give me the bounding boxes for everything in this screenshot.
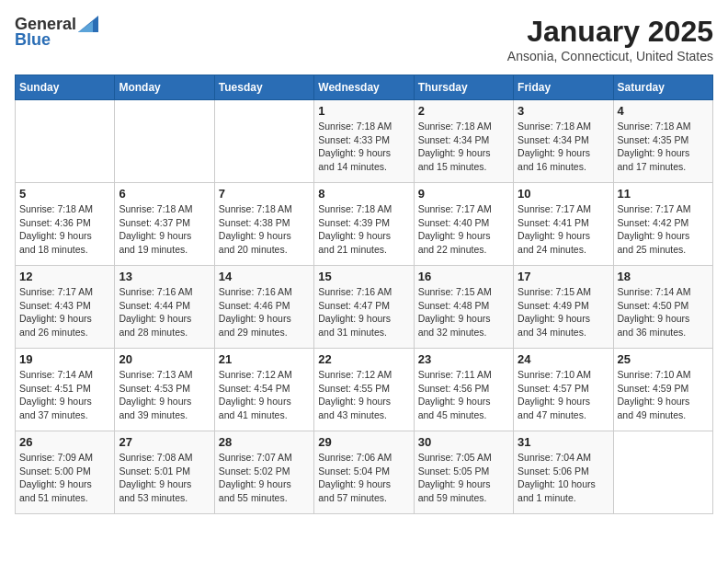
day-number: 31 bbox=[518, 435, 609, 449]
day-number: 25 bbox=[618, 352, 709, 366]
day-info: Sunrise: 7:16 AM Sunset: 4:44 PM Dayligh… bbox=[119, 285, 210, 339]
day-info: Sunrise: 7:05 AM Sunset: 5:05 PM Dayligh… bbox=[418, 451, 509, 505]
calendar-cell: 4Sunrise: 7:18 AM Sunset: 4:35 PM Daylig… bbox=[613, 100, 712, 183]
calendar-cell: 26Sunrise: 7:09 AM Sunset: 5:00 PM Dayli… bbox=[16, 431, 115, 514]
day-info: Sunrise: 7:07 AM Sunset: 5:02 PM Dayligh… bbox=[219, 451, 310, 505]
header-cell-saturday: Saturday bbox=[613, 75, 712, 100]
day-number: 23 bbox=[418, 352, 509, 366]
header-cell-tuesday: Tuesday bbox=[214, 75, 313, 100]
header-cell-wednesday: Wednesday bbox=[314, 75, 414, 100]
calendar-cell: 14Sunrise: 7:16 AM Sunset: 4:46 PM Dayli… bbox=[214, 266, 313, 349]
calendar-week-1: 1Sunrise: 7:18 AM Sunset: 4:33 PM Daylig… bbox=[16, 100, 713, 183]
calendar-cell: 1Sunrise: 7:18 AM Sunset: 4:33 PM Daylig… bbox=[314, 100, 414, 183]
day-number: 9 bbox=[418, 187, 509, 201]
day-info: Sunrise: 7:14 AM Sunset: 4:50 PM Dayligh… bbox=[618, 285, 709, 339]
day-info: Sunrise: 7:18 AM Sunset: 4:36 PM Dayligh… bbox=[19, 202, 110, 257]
day-number: 21 bbox=[219, 352, 310, 366]
day-number: 27 bbox=[119, 435, 210, 449]
calendar-table: SundayMondayTuesdayWednesdayThursdayFrid… bbox=[15, 75, 713, 514]
calendar-week-4: 19Sunrise: 7:14 AM Sunset: 4:51 PM Dayli… bbox=[16, 349, 713, 431]
day-info: Sunrise: 7:17 AM Sunset: 4:42 PM Dayligh… bbox=[618, 202, 709, 257]
day-info: Sunrise: 7:15 AM Sunset: 4:48 PM Dayligh… bbox=[418, 285, 509, 339]
calendar-cell: 12Sunrise: 7:17 AM Sunset: 4:43 PM Dayli… bbox=[16, 266, 115, 349]
calendar-cell: 8Sunrise: 7:18 AM Sunset: 4:39 PM Daylig… bbox=[314, 183, 414, 266]
day-info: Sunrise: 7:10 AM Sunset: 4:59 PM Dayligh… bbox=[618, 368, 709, 422]
page-subtitle: Ansonia, Connecticut, United States bbox=[507, 49, 713, 63]
day-number: 2 bbox=[418, 104, 509, 118]
day-info: Sunrise: 7:12 AM Sunset: 4:55 PM Dayligh… bbox=[318, 368, 409, 422]
page-header: General Blue January 2025 Ansonia, Conne… bbox=[15, 15, 713, 63]
day-number: 22 bbox=[318, 352, 409, 366]
calendar-cell: 3Sunrise: 7:18 AM Sunset: 4:34 PM Daylig… bbox=[514, 100, 613, 183]
calendar-cell: 20Sunrise: 7:13 AM Sunset: 4:53 PM Dayli… bbox=[115, 349, 214, 431]
calendar-cell: 18Sunrise: 7:14 AM Sunset: 4:50 PM Dayli… bbox=[613, 266, 712, 349]
day-number: 26 bbox=[19, 435, 110, 449]
calendar-cell: 22Sunrise: 7:12 AM Sunset: 4:55 PM Dayli… bbox=[314, 349, 414, 431]
day-number: 18 bbox=[618, 270, 709, 283]
day-info: Sunrise: 7:06 AM Sunset: 5:04 PM Dayligh… bbox=[318, 451, 409, 505]
day-info: Sunrise: 7:09 AM Sunset: 5:00 PM Dayligh… bbox=[19, 451, 110, 505]
calendar-cell: 21Sunrise: 7:12 AM Sunset: 4:54 PM Dayli… bbox=[214, 349, 313, 431]
calendar-week-3: 12Sunrise: 7:17 AM Sunset: 4:43 PM Dayli… bbox=[16, 266, 713, 349]
day-number: 29 bbox=[318, 435, 409, 449]
calendar-week-2: 5Sunrise: 7:18 AM Sunset: 4:36 PM Daylig… bbox=[16, 183, 713, 266]
day-number: 20 bbox=[119, 352, 210, 366]
header-cell-sunday: Sunday bbox=[16, 75, 115, 100]
header-cell-thursday: Thursday bbox=[414, 75, 513, 100]
calendar-cell: 11Sunrise: 7:17 AM Sunset: 4:42 PM Dayli… bbox=[613, 183, 712, 266]
day-number: 19 bbox=[19, 352, 110, 366]
day-number: 14 bbox=[219, 270, 310, 283]
day-info: Sunrise: 7:08 AM Sunset: 5:01 PM Dayligh… bbox=[119, 451, 210, 505]
calendar-cell: 7Sunrise: 7:18 AM Sunset: 4:38 PM Daylig… bbox=[214, 183, 313, 266]
header-row: SundayMondayTuesdayWednesdayThursdayFrid… bbox=[16, 75, 713, 100]
calendar-cell bbox=[214, 100, 313, 183]
title-block: January 2025 Ansonia, Connecticut, Unite… bbox=[507, 15, 713, 63]
calendar-cell: 25Sunrise: 7:10 AM Sunset: 4:59 PM Dayli… bbox=[613, 349, 712, 431]
day-info: Sunrise: 7:18 AM Sunset: 4:35 PM Dayligh… bbox=[618, 120, 709, 174]
calendar-cell: 31Sunrise: 7:04 AM Sunset: 5:06 PM Dayli… bbox=[514, 431, 613, 514]
day-info: Sunrise: 7:18 AM Sunset: 4:34 PM Dayligh… bbox=[418, 120, 509, 174]
day-number: 15 bbox=[318, 270, 409, 283]
calendar-cell: 6Sunrise: 7:18 AM Sunset: 4:37 PM Daylig… bbox=[115, 183, 214, 266]
day-number: 17 bbox=[518, 270, 609, 283]
calendar-cell: 2Sunrise: 7:18 AM Sunset: 4:34 PM Daylig… bbox=[414, 100, 513, 183]
calendar-header: SundayMondayTuesdayWednesdayThursdayFrid… bbox=[16, 75, 713, 100]
calendar-cell: 5Sunrise: 7:18 AM Sunset: 4:36 PM Daylig… bbox=[16, 183, 115, 266]
day-info: Sunrise: 7:18 AM Sunset: 4:39 PM Dayligh… bbox=[318, 202, 409, 257]
header-cell-monday: Monday bbox=[115, 75, 214, 100]
day-info: Sunrise: 7:10 AM Sunset: 4:57 PM Dayligh… bbox=[518, 368, 609, 422]
calendar-week-5: 26Sunrise: 7:09 AM Sunset: 5:00 PM Dayli… bbox=[16, 431, 713, 514]
day-number: 30 bbox=[418, 435, 509, 449]
day-number: 8 bbox=[318, 187, 409, 201]
calendar-cell: 28Sunrise: 7:07 AM Sunset: 5:02 PM Dayli… bbox=[214, 431, 313, 514]
calendar-body: 1Sunrise: 7:18 AM Sunset: 4:33 PM Daylig… bbox=[16, 100, 713, 514]
day-number: 11 bbox=[618, 187, 709, 201]
logo-icon bbox=[78, 16, 98, 32]
logo-blue-text: Blue bbox=[15, 30, 51, 50]
calendar-cell: 17Sunrise: 7:15 AM Sunset: 4:49 PM Dayli… bbox=[514, 266, 613, 349]
day-number: 4 bbox=[618, 104, 709, 118]
day-info: Sunrise: 7:18 AM Sunset: 4:34 PM Dayligh… bbox=[518, 120, 609, 174]
calendar-cell: 10Sunrise: 7:17 AM Sunset: 4:41 PM Dayli… bbox=[514, 183, 613, 266]
day-number: 12 bbox=[19, 270, 110, 283]
day-info: Sunrise: 7:18 AM Sunset: 4:33 PM Dayligh… bbox=[318, 120, 409, 174]
calendar-cell: 23Sunrise: 7:11 AM Sunset: 4:56 PM Dayli… bbox=[414, 349, 513, 431]
calendar-cell bbox=[16, 100, 115, 183]
day-info: Sunrise: 7:12 AM Sunset: 4:54 PM Dayligh… bbox=[219, 368, 310, 422]
day-number: 1 bbox=[318, 104, 409, 118]
day-info: Sunrise: 7:17 AM Sunset: 4:41 PM Dayligh… bbox=[518, 202, 609, 257]
calendar-cell: 24Sunrise: 7:10 AM Sunset: 4:57 PM Dayli… bbox=[514, 349, 613, 431]
logo: General Blue bbox=[15, 15, 98, 50]
day-info: Sunrise: 7:15 AM Sunset: 4:49 PM Dayligh… bbox=[518, 285, 609, 339]
day-info: Sunrise: 7:04 AM Sunset: 5:06 PM Dayligh… bbox=[518, 451, 609, 505]
day-number: 6 bbox=[119, 187, 210, 201]
calendar-cell: 9Sunrise: 7:17 AM Sunset: 4:40 PM Daylig… bbox=[414, 183, 513, 266]
calendar-cell: 13Sunrise: 7:16 AM Sunset: 4:44 PM Dayli… bbox=[115, 266, 214, 349]
day-info: Sunrise: 7:11 AM Sunset: 4:56 PM Dayligh… bbox=[418, 368, 509, 422]
calendar-cell bbox=[115, 100, 214, 183]
day-info: Sunrise: 7:18 AM Sunset: 4:37 PM Dayligh… bbox=[119, 202, 210, 257]
day-number: 16 bbox=[418, 270, 509, 283]
page-title: January 2025 bbox=[507, 15, 713, 49]
header-cell-friday: Friday bbox=[514, 75, 613, 100]
calendar-cell: 19Sunrise: 7:14 AM Sunset: 4:51 PM Dayli… bbox=[16, 349, 115, 431]
